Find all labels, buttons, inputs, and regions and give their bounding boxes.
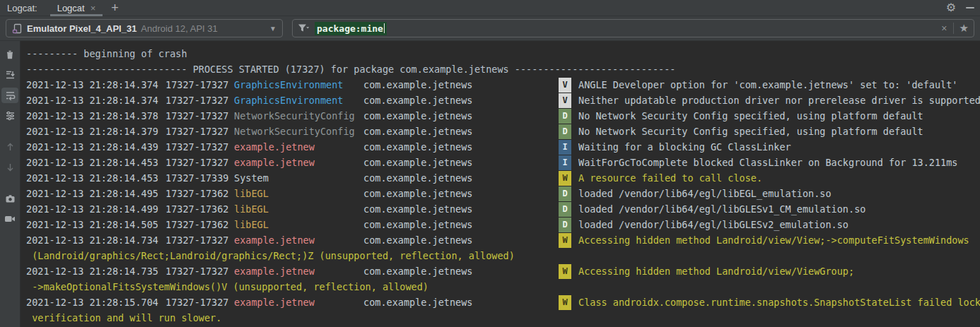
log-package: com.example.jetnews <box>363 295 559 310</box>
log-timestamp: 2021-12-13 21:28:14.379 <box>26 124 165 139</box>
logcat-toolbar: Emulator Pixel_4_API_31 Android 12, API … <box>0 16 980 41</box>
log-level-badge: W <box>559 295 571 310</box>
log-message: No Network Security Config specified, us… <box>571 108 923 124</box>
log-package: com.example.jetnews <box>363 232 559 248</box>
toolwindow-header-actions: ⚙ <box>946 0 974 16</box>
log-level-badge: D <box>559 202 571 217</box>
log-message: Accessing hidden method Landroid/view/Vi… <box>571 232 969 248</box>
separator <box>953 23 954 34</box>
log-package: com.example.jetnews <box>363 155 559 170</box>
log-timestamp: 2021-12-13 21:28:15.704 <box>26 295 165 310</box>
filter-query-chip[interactable]: package:mine <box>315 22 387 35</box>
filter-input[interactable]: package:mine × ★ <box>292 19 974 37</box>
log-message: Neither updatable production driver nor … <box>571 93 980 108</box>
log-level-badge: W <box>559 264 571 279</box>
scroll-to-end-icon[interactable] <box>1 67 18 83</box>
tab-close-icon[interactable]: × <box>91 4 96 13</box>
log-timestamp: 2021-12-13 21:28:14.499 <box>26 201 165 217</box>
log-tag: GraphicsEnvironment <box>234 93 363 108</box>
clear-logcat-icon[interactable] <box>1 47 18 62</box>
log-timestamp: 2021-12-13 21:28:14.453 <box>26 155 165 170</box>
log-level-badge: I <box>559 140 571 155</box>
log-timestamp: 2021-12-13 21:28:14.439 <box>26 139 165 155</box>
log-row: 2021-12-13 21:28:14.37417327-17327Graphi… <box>26 93 980 108</box>
log-banner-text: --------- beginning of crash <box>26 46 187 61</box>
log-row: --------- beginning of crash <box>26 46 980 61</box>
log-message: WaitForGcToComplete blocked ClassLinker … <box>571 155 957 170</box>
log-message: Accessing hidden method Landroid/view/Vi… <box>571 263 854 279</box>
filter-funnel-icon[interactable] <box>298 23 310 33</box>
formatting-options-icon[interactable] <box>1 108 18 124</box>
soft-wrap-icon[interactable] <box>1 88 18 103</box>
log-package: com.example.jetnews <box>363 124 559 139</box>
log-row: 2021-12-13 21:28:14.49917327-17362libEGL… <box>26 201 980 217</box>
log-pid-tid: 17327-17327 <box>165 139 234 155</box>
device-name: Emulator Pixel_4_API_31 <box>27 23 136 34</box>
log-tag: GraphicsEnvironment <box>234 77 363 93</box>
log-message: ANGLE Developer option for 'com.example.… <box>571 77 957 93</box>
log-row: 2021-12-13 21:28:15.70417327-17327exampl… <box>26 295 980 310</box>
filter-actions: × ★ <box>941 22 969 35</box>
clear-filter-icon[interactable]: × <box>941 23 947 34</box>
log-timestamp: 2021-12-13 21:28:14.374 <box>26 93 165 108</box>
log-message: loaded /vendor/lib64/egl/libGLESv2_emula… <box>571 217 848 232</box>
favorite-star-icon[interactable]: ★ <box>959 22 969 35</box>
device-icon <box>12 23 23 34</box>
log-level-badge: V <box>559 93 571 108</box>
log-package: com.example.jetnews <box>363 186 559 201</box>
log-pid-tid: 17327-17327 <box>165 155 234 170</box>
log-message-continuation: verification and will run slower. <box>26 310 221 326</box>
log-pid-tid: 17327-17327 <box>165 108 234 124</box>
log-package: com.example.jetnews <box>363 77 559 93</box>
log-pid-tid: 17327-17327 <box>165 232 234 248</box>
log-message: loaded /vendor/lib64/egl/libEGL_emulatio… <box>571 186 832 201</box>
log-message: Waiting for a blocking GC ClassLinker <box>571 139 791 155</box>
log-level-badge: D <box>559 186 571 201</box>
log-timestamp: 2021-12-13 21:28:14.735 <box>26 263 165 279</box>
log-pid-tid: 17327-17339 <box>165 170 234 186</box>
log-row: (Landroid/graphics/Rect;Landroid/graphic… <box>26 248 980 263</box>
log-level-badge: W <box>559 233 571 248</box>
previous-occurrence-icon[interactable] <box>1 139 18 155</box>
new-tab-button[interactable]: + <box>103 1 127 14</box>
logcat-side-toolbar <box>0 41 21 327</box>
log-row: 2021-12-13 21:28:14.45317327-17327exampl… <box>26 155 980 170</box>
log-row: 2021-12-13 21:28:14.45317327-17339System… <box>26 170 980 186</box>
log-timestamp: 2021-12-13 21:28:14.374 <box>26 77 165 93</box>
screen-record-icon[interactable] <box>1 211 18 227</box>
log-area[interactable]: --------- beginning of crash------------… <box>21 41 980 327</box>
log-tag: example.jetnew <box>234 263 363 279</box>
log-tag: libEGL <box>234 217 363 232</box>
log-package: com.example.jetnews <box>363 170 559 186</box>
log-package: com.example.jetnews <box>363 139 559 155</box>
log-row: verification and will run slower. <box>26 310 980 326</box>
next-occurrence-icon[interactable] <box>1 160 18 175</box>
log-tag: example.jetnew <box>234 295 363 310</box>
log-package: com.example.jetnews <box>363 108 559 124</box>
log-tag: libEGL <box>234 186 363 201</box>
log-timestamp: 2021-12-13 21:28:14.495 <box>26 186 165 201</box>
screenshot-icon[interactable] <box>1 191 18 206</box>
settings-gear-icon[interactable]: ⚙ <box>946 2 956 13</box>
log-row: 2021-12-13 21:28:14.43917327-17327exampl… <box>26 139 980 155</box>
hide-toolwindow-icon[interactable] <box>966 7 974 8</box>
logcat-tool-window: Logcat: Logcat × + ⚙ Emulator Pixel_4_AP… <box>0 0 980 327</box>
log-tag: libEGL <box>234 201 363 217</box>
log-row: 2021-12-13 21:28:14.50517327-17362libEGL… <box>26 217 980 232</box>
log-pid-tid: 17327-17327 <box>165 295 234 310</box>
log-pid-tid: 17327-17327 <box>165 77 234 93</box>
tab-logcat[interactable]: Logcat × <box>50 0 103 16</box>
active-tab-indicator <box>50 14 103 16</box>
log-package: com.example.jetnews <box>363 93 559 108</box>
toolwindow-header: Logcat: Logcat × + ⚙ <box>0 0 980 16</box>
log-message: Class androidx.compose.runtime.snapshots… <box>571 295 980 310</box>
log-level-badge: D <box>559 109 571 124</box>
device-selector[interactable]: Emulator Pixel_4_API_31 Android 12, API … <box>6 19 283 37</box>
log-level-badge: D <box>559 124 571 139</box>
text-caret <box>384 23 385 33</box>
log-message: loaded /vendor/lib64/egl/libGLESv1_CM_em… <box>571 201 865 217</box>
log-message-continuation: (Landroid/graphics/Rect;Landroid/graphic… <box>26 248 515 263</box>
log-timestamp: 2021-12-13 21:28:14.453 <box>26 170 165 186</box>
log-level-badge: I <box>559 155 571 170</box>
log-message-continuation: ->makeOptionalFitsSystemWindows()V (unsu… <box>26 279 428 295</box>
